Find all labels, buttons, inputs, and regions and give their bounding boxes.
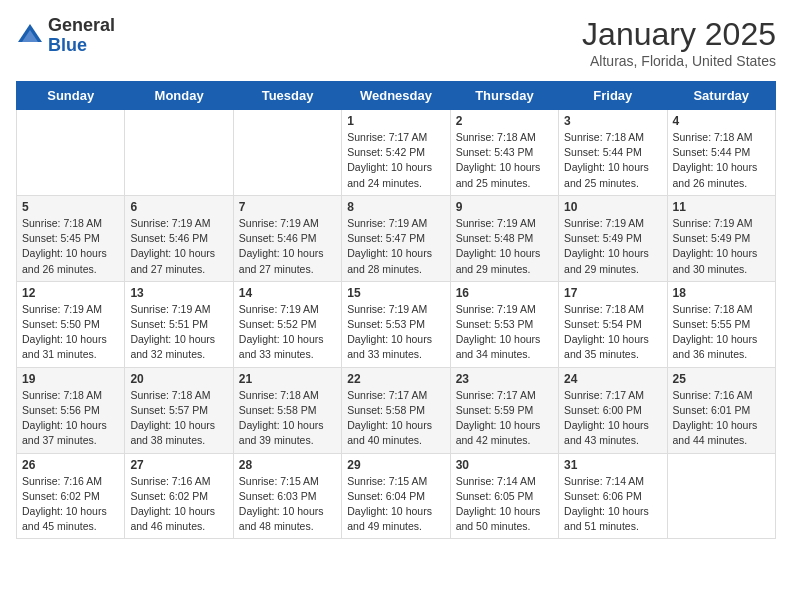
daylight-text: Daylight: 10 hours and 50 minutes.	[456, 505, 541, 532]
sunrise-text: Sunrise: 7:19 AM	[347, 217, 427, 229]
day-cell: 25 Sunrise: 7:16 AM Sunset: 6:01 PM Dayl…	[667, 367, 775, 453]
day-cell	[667, 453, 775, 539]
sunset-text: Sunset: 6:06 PM	[564, 490, 642, 502]
day-info: Sunrise: 7:17 AM Sunset: 5:59 PM Dayligh…	[456, 388, 553, 449]
daylight-text: Daylight: 10 hours and 48 minutes.	[239, 505, 324, 532]
weekday-header-row: SundayMondayTuesdayWednesdayThursdayFrid…	[17, 82, 776, 110]
day-info: Sunrise: 7:19 AM Sunset: 5:48 PM Dayligh…	[456, 216, 553, 277]
daylight-text: Daylight: 10 hours and 25 minutes.	[456, 161, 541, 188]
day-cell: 3 Sunrise: 7:18 AM Sunset: 5:44 PM Dayli…	[559, 110, 667, 196]
sunset-text: Sunset: 5:46 PM	[130, 232, 208, 244]
daylight-text: Daylight: 10 hours and 44 minutes.	[673, 419, 758, 446]
sunrise-text: Sunrise: 7:19 AM	[347, 303, 427, 315]
day-number: 4	[673, 114, 770, 128]
sunrise-text: Sunrise: 7:19 AM	[673, 217, 753, 229]
day-number: 20	[130, 372, 227, 386]
sunrise-text: Sunrise: 7:18 AM	[239, 389, 319, 401]
sunset-text: Sunset: 5:49 PM	[673, 232, 751, 244]
day-number: 17	[564, 286, 661, 300]
day-cell: 10 Sunrise: 7:19 AM Sunset: 5:49 PM Dayl…	[559, 195, 667, 281]
calendar-table: SundayMondayTuesdayWednesdayThursdayFrid…	[16, 81, 776, 539]
sunset-text: Sunset: 6:01 PM	[673, 404, 751, 416]
sunset-text: Sunset: 5:48 PM	[456, 232, 534, 244]
day-number: 27	[130, 458, 227, 472]
sunset-text: Sunset: 5:53 PM	[347, 318, 425, 330]
day-number: 5	[22, 200, 119, 214]
day-number: 12	[22, 286, 119, 300]
day-cell: 24 Sunrise: 7:17 AM Sunset: 6:00 PM Dayl…	[559, 367, 667, 453]
day-number: 11	[673, 200, 770, 214]
day-info: Sunrise: 7:19 AM Sunset: 5:52 PM Dayligh…	[239, 302, 336, 363]
day-info: Sunrise: 7:18 AM Sunset: 5:55 PM Dayligh…	[673, 302, 770, 363]
day-info: Sunrise: 7:15 AM Sunset: 6:04 PM Dayligh…	[347, 474, 444, 535]
day-number: 18	[673, 286, 770, 300]
day-number: 16	[456, 286, 553, 300]
day-cell: 6 Sunrise: 7:19 AM Sunset: 5:46 PM Dayli…	[125, 195, 233, 281]
page-header: General Blue January 2025 Alturas, Flori…	[16, 16, 776, 69]
day-cell: 29 Sunrise: 7:15 AM Sunset: 6:04 PM Dayl…	[342, 453, 450, 539]
daylight-text: Daylight: 10 hours and 42 minutes.	[456, 419, 541, 446]
daylight-text: Daylight: 10 hours and 43 minutes.	[564, 419, 649, 446]
daylight-text: Daylight: 10 hours and 33 minutes.	[239, 333, 324, 360]
day-info: Sunrise: 7:19 AM Sunset: 5:53 PM Dayligh…	[347, 302, 444, 363]
sunset-text: Sunset: 6:00 PM	[564, 404, 642, 416]
day-number: 6	[130, 200, 227, 214]
day-number: 13	[130, 286, 227, 300]
title-section: January 2025 Alturas, Florida, United St…	[582, 16, 776, 69]
day-cell: 5 Sunrise: 7:18 AM Sunset: 5:45 PM Dayli…	[17, 195, 125, 281]
daylight-text: Daylight: 10 hours and 37 minutes.	[22, 419, 107, 446]
day-cell: 20 Sunrise: 7:18 AM Sunset: 5:57 PM Dayl…	[125, 367, 233, 453]
weekday-header-thursday: Thursday	[450, 82, 558, 110]
sunset-text: Sunset: 5:45 PM	[22, 232, 100, 244]
sunrise-text: Sunrise: 7:16 AM	[22, 475, 102, 487]
day-info: Sunrise: 7:14 AM Sunset: 6:05 PM Dayligh…	[456, 474, 553, 535]
day-info: Sunrise: 7:19 AM Sunset: 5:53 PM Dayligh…	[456, 302, 553, 363]
sunset-text: Sunset: 5:55 PM	[673, 318, 751, 330]
week-row-5: 26 Sunrise: 7:16 AM Sunset: 6:02 PM Dayl…	[17, 453, 776, 539]
sunrise-text: Sunrise: 7:17 AM	[456, 389, 536, 401]
day-cell: 1 Sunrise: 7:17 AM Sunset: 5:42 PM Dayli…	[342, 110, 450, 196]
sunrise-text: Sunrise: 7:18 AM	[22, 217, 102, 229]
day-number: 25	[673, 372, 770, 386]
day-info: Sunrise: 7:19 AM Sunset: 5:46 PM Dayligh…	[239, 216, 336, 277]
sunset-text: Sunset: 5:44 PM	[564, 146, 642, 158]
day-number: 15	[347, 286, 444, 300]
day-info: Sunrise: 7:18 AM Sunset: 5:57 PM Dayligh…	[130, 388, 227, 449]
sunset-text: Sunset: 5:57 PM	[130, 404, 208, 416]
day-number: 31	[564, 458, 661, 472]
day-number: 10	[564, 200, 661, 214]
daylight-text: Daylight: 10 hours and 39 minutes.	[239, 419, 324, 446]
daylight-text: Daylight: 10 hours and 26 minutes.	[673, 161, 758, 188]
day-cell: 15 Sunrise: 7:19 AM Sunset: 5:53 PM Dayl…	[342, 281, 450, 367]
day-number: 23	[456, 372, 553, 386]
day-cell: 13 Sunrise: 7:19 AM Sunset: 5:51 PM Dayl…	[125, 281, 233, 367]
logo-blue: Blue	[48, 35, 87, 55]
sunrise-text: Sunrise: 7:18 AM	[564, 131, 644, 143]
logo-icon	[16, 22, 44, 50]
day-info: Sunrise: 7:19 AM Sunset: 5:50 PM Dayligh…	[22, 302, 119, 363]
sunrise-text: Sunrise: 7:17 AM	[564, 389, 644, 401]
sunrise-text: Sunrise: 7:15 AM	[347, 475, 427, 487]
logo-general: General	[48, 15, 115, 35]
sunrise-text: Sunrise: 7:17 AM	[347, 131, 427, 143]
sunset-text: Sunset: 5:50 PM	[22, 318, 100, 330]
day-info: Sunrise: 7:15 AM Sunset: 6:03 PM Dayligh…	[239, 474, 336, 535]
weekday-header-monday: Monday	[125, 82, 233, 110]
daylight-text: Daylight: 10 hours and 26 minutes.	[22, 247, 107, 274]
day-info: Sunrise: 7:18 AM Sunset: 5:45 PM Dayligh…	[22, 216, 119, 277]
day-info: Sunrise: 7:16 AM Sunset: 6:02 PM Dayligh…	[22, 474, 119, 535]
day-info: Sunrise: 7:18 AM Sunset: 5:44 PM Dayligh…	[673, 130, 770, 191]
calendar-title: January 2025	[582, 16, 776, 53]
week-row-3: 12 Sunrise: 7:19 AM Sunset: 5:50 PM Dayl…	[17, 281, 776, 367]
daylight-text: Daylight: 10 hours and 27 minutes.	[130, 247, 215, 274]
sunrise-text: Sunrise: 7:14 AM	[456, 475, 536, 487]
daylight-text: Daylight: 10 hours and 29 minutes.	[456, 247, 541, 274]
day-cell: 2 Sunrise: 7:18 AM Sunset: 5:43 PM Dayli…	[450, 110, 558, 196]
day-number: 3	[564, 114, 661, 128]
sunset-text: Sunset: 5:58 PM	[239, 404, 317, 416]
daylight-text: Daylight: 10 hours and 34 minutes.	[456, 333, 541, 360]
day-info: Sunrise: 7:17 AM Sunset: 5:58 PM Dayligh…	[347, 388, 444, 449]
sunrise-text: Sunrise: 7:18 AM	[673, 131, 753, 143]
daylight-text: Daylight: 10 hours and 46 minutes.	[130, 505, 215, 532]
day-cell: 28 Sunrise: 7:15 AM Sunset: 6:03 PM Dayl…	[233, 453, 341, 539]
